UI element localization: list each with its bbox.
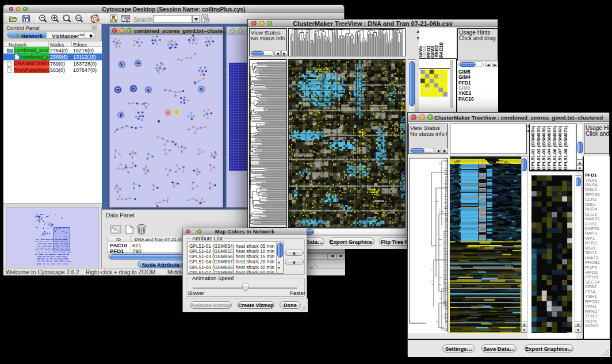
svg-text:GPL51-08 (GSM872): GPL51-08 (GSM872) bbox=[563, 125, 568, 170]
svg-text:1:1: 1:1 bbox=[76, 16, 81, 20]
svg-text:GPL51-04 (GSM857): GPL51-04 (GSM857) bbox=[546, 125, 552, 170]
svg-text:PAC10: PAC10 bbox=[438, 43, 444, 58]
svg-text:GPL51-02 (GSM855): GPL51-02 (GSM855) bbox=[536, 125, 541, 170]
svg-text:GPL51-07 (GSM868): GPL51-07 (GSM868) bbox=[557, 125, 563, 170]
svg-text:GPL51-06 (GSM865): GPL51-06 (GSM865) bbox=[552, 125, 557, 170]
svg-text:GPL51-03 (GSM856): GPL51-03 (GSM856) bbox=[541, 125, 546, 170]
svg-text:GPL51-01 (GSM854): GPL51-01 (GSM854) bbox=[530, 125, 536, 170]
